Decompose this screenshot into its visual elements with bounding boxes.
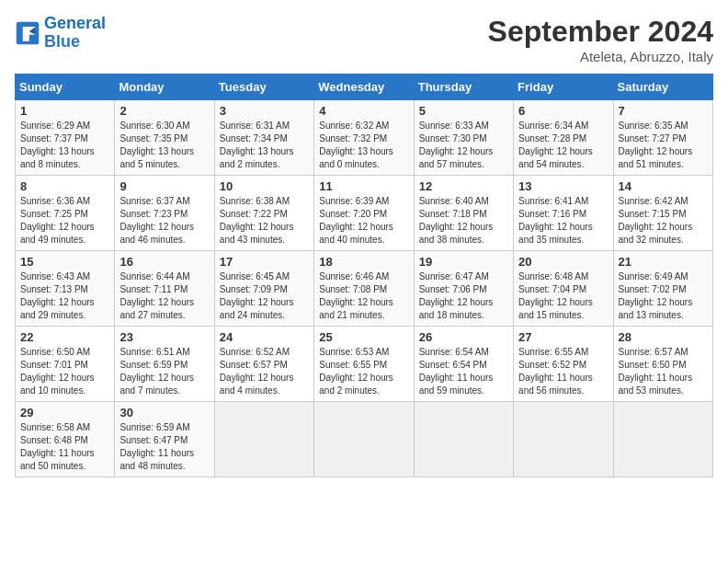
calendar-week-row: 29Sunrise: 6:58 AM Sunset: 6:48 PM Dayli…	[16, 402, 713, 477]
location: Ateleta, Abruzzo, Italy	[488, 49, 713, 64]
day-info: Sunrise: 6:29 AM Sunset: 7:37 PM Dayligh…	[20, 120, 109, 171]
calendar-week-row: 22Sunrise: 6:50 AM Sunset: 7:01 PM Dayli…	[16, 327, 713, 402]
calendar-cell: 16Sunrise: 6:44 AM Sunset: 7:11 PM Dayli…	[115, 251, 214, 327]
calendar-cell: 9Sunrise: 6:37 AM Sunset: 7:23 PM Daylig…	[115, 176, 214, 251]
day-info: Sunrise: 6:45 AM Sunset: 7:09 PM Dayligh…	[220, 270, 309, 322]
day-info: Sunrise: 6:54 AM Sunset: 6:54 PM Dayligh…	[419, 346, 508, 397]
calendar-cell: 2Sunrise: 6:30 AM Sunset: 7:35 PM Daylig…	[115, 100, 214, 176]
day-number: 1	[20, 104, 109, 118]
calendar-cell: 25Sunrise: 6:53 AM Sunset: 6:55 PM Dayli…	[314, 327, 414, 402]
day-info: Sunrise: 6:33 AM Sunset: 7:30 PM Dayligh…	[419, 120, 508, 171]
calendar-cell: 28Sunrise: 6:57 AM Sunset: 6:50 PM Dayli…	[613, 327, 712, 402]
day-info: Sunrise: 6:48 AM Sunset: 7:04 PM Dayligh…	[518, 270, 608, 322]
day-number: 20	[518, 255, 608, 269]
day-info: Sunrise: 6:58 AM Sunset: 6:48 PM Dayligh…	[20, 421, 109, 473]
day-info: Sunrise: 6:57 AM Sunset: 6:50 PM Dayligh…	[619, 346, 708, 397]
weekday-header: Wednesday	[314, 75, 414, 100]
day-info: Sunrise: 6:40 AM Sunset: 7:18 PM Dayligh…	[419, 195, 508, 247]
weekday-header: Tuesday	[214, 75, 313, 100]
calendar-cell: 6Sunrise: 6:34 AM Sunset: 7:28 PM Daylig…	[514, 100, 613, 176]
calendar-cell: 10Sunrise: 6:38 AM Sunset: 7:22 PM Dayli…	[214, 176, 313, 251]
calendar-cell: 3Sunrise: 6:31 AM Sunset: 7:34 PM Daylig…	[214, 100, 313, 176]
day-number: 28	[619, 330, 708, 344]
calendar-cell: 23Sunrise: 6:51 AM Sunset: 6:59 PM Dayli…	[115, 327, 214, 402]
day-number: 18	[319, 255, 408, 269]
day-number: 27	[518, 330, 608, 344]
day-number: 14	[619, 179, 708, 193]
calendar-cell: 8Sunrise: 6:36 AM Sunset: 7:25 PM Daylig…	[16, 176, 115, 251]
weekday-header: Thursday	[414, 75, 513, 100]
day-info: Sunrise: 6:55 AM Sunset: 6:52 PM Dayligh…	[518, 346, 608, 397]
calendar-cell: 26Sunrise: 6:54 AM Sunset: 6:54 PM Dayli…	[414, 327, 513, 402]
day-info: Sunrise: 6:35 AM Sunset: 7:27 PM Dayligh…	[619, 120, 708, 171]
day-number: 22	[20, 330, 109, 344]
calendar-cell: 1Sunrise: 6:29 AM Sunset: 7:37 PM Daylig…	[16, 100, 115, 176]
day-info: Sunrise: 6:30 AM Sunset: 7:35 PM Dayligh…	[119, 120, 209, 171]
day-number: 15	[20, 255, 109, 269]
day-info: Sunrise: 6:59 AM Sunset: 6:47 PM Dayligh…	[119, 421, 209, 473]
day-number: 12	[419, 179, 508, 193]
calendar-cell	[514, 402, 613, 477]
calendar-cell	[214, 402, 313, 477]
day-number: 3	[220, 104, 309, 118]
calendar-cell: 11Sunrise: 6:39 AM Sunset: 7:20 PM Dayli…	[314, 176, 414, 251]
calendar-cell: 18Sunrise: 6:46 AM Sunset: 7:08 PM Dayli…	[314, 251, 414, 327]
day-info: Sunrise: 6:52 AM Sunset: 6:57 PM Dayligh…	[220, 346, 309, 397]
day-number: 30	[119, 406, 209, 419]
calendar-table: SundayMondayTuesdayWednesdayThursdayFrid…	[15, 74, 713, 477]
day-number: 8	[20, 179, 109, 193]
calendar-week-row: 15Sunrise: 6:43 AM Sunset: 7:13 PM Dayli…	[16, 251, 713, 327]
weekday-header: Saturday	[613, 75, 712, 100]
calendar-cell: 17Sunrise: 6:45 AM Sunset: 7:09 PM Dayli…	[214, 251, 313, 327]
calendar-cell	[613, 402, 712, 477]
day-number: 5	[419, 104, 508, 118]
day-number: 24	[220, 330, 309, 344]
title-block: September 2024 Ateleta, Abruzzo, Italy	[488, 15, 713, 64]
day-number: 11	[319, 179, 408, 193]
day-number: 17	[220, 255, 309, 269]
day-number: 29	[20, 406, 109, 419]
day-info: Sunrise: 6:47 AM Sunset: 7:06 PM Dayligh…	[419, 270, 508, 322]
calendar-cell: 12Sunrise: 6:40 AM Sunset: 7:18 PM Dayli…	[414, 176, 513, 251]
logo-icon	[15, 20, 40, 46]
calendar-cell: 29Sunrise: 6:58 AM Sunset: 6:48 PM Dayli…	[16, 402, 115, 477]
day-number: 4	[319, 104, 408, 118]
day-number: 6	[518, 104, 608, 118]
day-info: Sunrise: 6:41 AM Sunset: 7:16 PM Dayligh…	[518, 195, 608, 247]
calendar-cell: 22Sunrise: 6:50 AM Sunset: 7:01 PM Dayli…	[16, 327, 115, 402]
logo-text: General Blue	[44, 15, 106, 52]
day-number: 9	[119, 179, 209, 193]
day-info: Sunrise: 6:53 AM Sunset: 6:55 PM Dayligh…	[319, 346, 408, 397]
day-info: Sunrise: 6:51 AM Sunset: 6:59 PM Dayligh…	[119, 346, 209, 397]
day-number: 10	[220, 179, 309, 193]
day-info: Sunrise: 6:38 AM Sunset: 7:22 PM Dayligh…	[220, 195, 309, 247]
calendar-cell: 19Sunrise: 6:47 AM Sunset: 7:06 PM Dayli…	[414, 251, 513, 327]
day-info: Sunrise: 6:39 AM Sunset: 7:20 PM Dayligh…	[319, 195, 408, 247]
day-info: Sunrise: 6:43 AM Sunset: 7:13 PM Dayligh…	[20, 270, 109, 322]
day-info: Sunrise: 6:36 AM Sunset: 7:25 PM Dayligh…	[20, 195, 109, 247]
day-info: Sunrise: 6:46 AM Sunset: 7:08 PM Dayligh…	[319, 270, 408, 322]
calendar-cell	[314, 402, 414, 477]
day-number: 21	[619, 255, 708, 269]
calendar-cell	[414, 402, 513, 477]
day-number: 25	[319, 330, 408, 344]
day-number: 19	[419, 255, 508, 269]
calendar-cell: 15Sunrise: 6:43 AM Sunset: 7:13 PM Dayli…	[16, 251, 115, 327]
calendar-cell: 27Sunrise: 6:55 AM Sunset: 6:52 PM Dayli…	[514, 327, 613, 402]
weekday-header: Sunday	[16, 75, 115, 100]
calendar-cell: 21Sunrise: 6:49 AM Sunset: 7:02 PM Dayli…	[613, 251, 712, 327]
calendar-cell: 14Sunrise: 6:42 AM Sunset: 7:15 PM Dayli…	[613, 176, 712, 251]
calendar-cell: 7Sunrise: 6:35 AM Sunset: 7:27 PM Daylig…	[613, 100, 712, 176]
day-number: 16	[119, 255, 209, 269]
calendar-cell: 24Sunrise: 6:52 AM Sunset: 6:57 PM Dayli…	[214, 327, 313, 402]
day-info: Sunrise: 6:31 AM Sunset: 7:34 PM Dayligh…	[220, 120, 309, 171]
day-number: 26	[419, 330, 508, 344]
day-info: Sunrise: 6:42 AM Sunset: 7:15 PM Dayligh…	[619, 195, 708, 247]
day-info: Sunrise: 6:50 AM Sunset: 7:01 PM Dayligh…	[20, 346, 109, 397]
day-info: Sunrise: 6:49 AM Sunset: 7:02 PM Dayligh…	[619, 270, 708, 322]
day-info: Sunrise: 6:44 AM Sunset: 7:11 PM Dayligh…	[119, 270, 209, 322]
day-number: 7	[619, 104, 708, 118]
calendar-cell: 4Sunrise: 6:32 AM Sunset: 7:32 PM Daylig…	[314, 100, 414, 176]
calendar-cell: 30Sunrise: 6:59 AM Sunset: 6:47 PM Dayli…	[115, 402, 214, 477]
day-number: 2	[119, 104, 209, 118]
